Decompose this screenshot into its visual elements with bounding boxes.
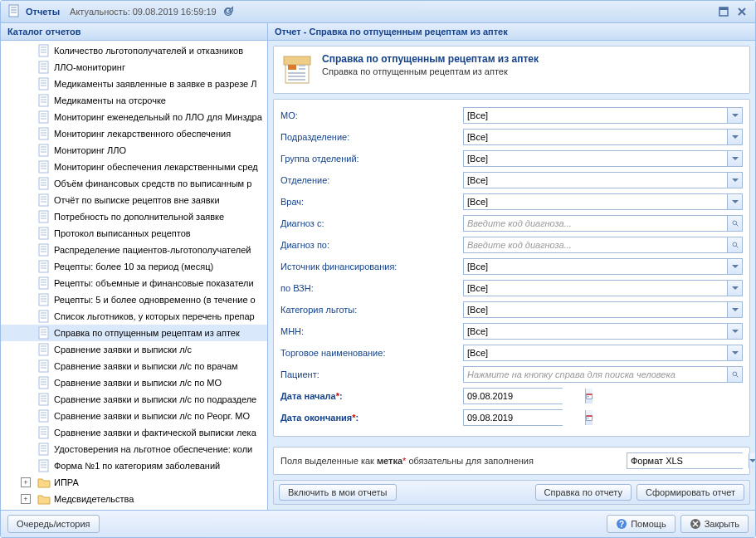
tree-item[interactable]: Количество льготополучателей и отказнико… [1, 42, 267, 59]
tree-item[interactable]: Распределение пациентов-льготополучателе… [1, 242, 267, 258]
date_end-input[interactable] [464, 410, 585, 425]
podr-input[interactable] [464, 130, 727, 144]
tree-scroll[interactable]: Количество льготополучателей и отказнико… [1, 41, 267, 510]
maximize-icon[interactable] [717, 5, 730, 18]
form-row: по ВЗН: [280, 279, 743, 297]
tree-item[interactable]: Сравнение заявки и выписки л/с по МО [1, 374, 267, 391]
chevron-down-icon[interactable] [727, 194, 742, 209]
form-row: Источник финансирования: [280, 257, 743, 276]
chevron-down-icon[interactable] [727, 345, 742, 360]
calendar-icon[interactable] [585, 410, 593, 425]
fin-combo[interactable] [463, 258, 743, 275]
add-to-my-reports-button[interactable]: Включить в мои отчеты [279, 484, 397, 501]
generate-report-button[interactable]: Сформировать отчет [637, 484, 744, 501]
chevron-down-icon[interactable] [727, 173, 742, 188]
tree-item[interactable]: Мониторинг лекарственного обеспечения [1, 125, 267, 142]
tree-item[interactable]: Мониторинг еженедельный по ЛЛО для Минзд… [1, 109, 267, 125]
podr-combo[interactable] [463, 129, 743, 145]
mo-input[interactable] [464, 108, 727, 123]
tree-item[interactable]: Рецепты: объемные и финансовые показател… [1, 275, 267, 291]
chevron-down-icon[interactable] [727, 151, 742, 166]
kat-input[interactable] [464, 302, 727, 317]
search-icon[interactable] [727, 237, 742, 252]
vrach-combo[interactable] [463, 193, 743, 210]
expander-icon[interactable]: + [21, 494, 31, 504]
kat-combo[interactable] [463, 301, 743, 318]
chevron-down-icon[interactable] [727, 324, 742, 339]
tree-item[interactable]: Сравнение заявки и выписки л/с по подраз… [1, 391, 267, 408]
otd-input[interactable] [464, 173, 727, 188]
diag_po-input[interactable] [464, 237, 727, 252]
hint-text: Поля выделенные как метка* обязательны д… [280, 456, 534, 466]
vzn-input[interactable] [464, 281, 727, 296]
tree-item-label: Удостоверения на льготное обеспечение: к… [54, 444, 252, 454]
mnn-input[interactable] [464, 324, 727, 339]
calendar-icon[interactable] [585, 389, 593, 404]
otd-combo[interactable] [463, 172, 743, 188]
chevron-down-icon[interactable] [727, 259, 742, 274]
date_end-date[interactable] [463, 409, 563, 426]
diag_s-search[interactable] [463, 215, 743, 232]
tree-item[interactable]: Мониторинг ЛЛО [1, 142, 267, 159]
diag_s-input[interactable] [464, 216, 727, 231]
tree-item[interactable]: Рецепты: более 10 за период (месяц) [1, 258, 267, 275]
group-input[interactable] [464, 151, 727, 166]
chevron-down-icon[interactable] [727, 281, 742, 296]
date_start-date[interactable] [463, 388, 563, 404]
refresh-icon[interactable] [222, 5, 235, 18]
tree-item[interactable]: Рецепты: 5 и более одновременно (в течен… [1, 291, 267, 308]
format-input[interactable] [627, 453, 749, 468]
chevron-down-icon[interactable] [727, 108, 742, 123]
close-button[interactable]: Закрыть [680, 515, 749, 533]
pat-input[interactable] [464, 367, 727, 382]
tree-item[interactable]: Справка по отпущенным рецептам из аптек [1, 325, 267, 341]
tree-item[interactable]: Сравнение заявки и выписки л/с [1, 341, 267, 358]
chevron-down-icon[interactable] [727, 302, 742, 317]
mo-combo[interactable] [463, 107, 743, 124]
report-help-button[interactable]: Справка по отчету [535, 484, 632, 501]
tree-item[interactable]: Медикаменты на отсрочке [1, 92, 267, 109]
vrach-input[interactable] [464, 194, 727, 209]
tree-item[interactable]: Удостоверения на льготное обеспечение: к… [1, 441, 267, 457]
tree-item[interactable]: Сравнение заявки и фактической выписки л… [1, 424, 267, 441]
tree-item[interactable]: Потребность по дополнительной заявке [1, 208, 267, 225]
tree-folder[interactable]: +Паспорт МО [1, 507, 267, 510]
tree-folder[interactable]: +ИПРА [1, 474, 267, 491]
tree-folder[interactable]: +Медсвидетельства [1, 491, 267, 507]
tree-item[interactable]: Сравнение заявки и выписки л/с по врачам [1, 358, 267, 374]
close-icon[interactable] [735, 5, 749, 18]
expander-icon[interactable]: + [21, 477, 31, 487]
search-icon[interactable] [727, 216, 742, 231]
tree-item[interactable]: Сравнение заявки и выписки л/с по Реорг.… [1, 408, 267, 424]
group-combo[interactable] [463, 150, 743, 167]
tree-item[interactable]: Форма №1 по категориям заболеваний [1, 457, 267, 474]
tree-item-label: Медсвидетельства [54, 494, 134, 504]
tree-item[interactable]: Мониторинг обеспечения лекарственными ср… [1, 159, 267, 175]
diag_po-search[interactable] [463, 237, 743, 253]
chevron-down-icon[interactable] [727, 130, 742, 144]
search-icon[interactable] [727, 367, 742, 382]
tree-item[interactable]: Отчёт по выписке рецептов вне заявки [1, 192, 267, 208]
fin-input[interactable] [464, 259, 727, 274]
torg-combo[interactable] [463, 345, 743, 361]
report-desc-icon [280, 53, 314, 86]
chevron-down-icon[interactable] [749, 453, 755, 468]
catalog-header: Каталог отчетов [1, 23, 267, 41]
torg-input[interactable] [464, 345, 727, 360]
tree-item[interactable]: Медикаменты заявленные в заявке в разрез… [1, 76, 267, 92]
date_start-input[interactable] [464, 389, 585, 404]
tree-item[interactable]: Список льготников, у которых перечень пр… [1, 308, 267, 325]
mnn-combo[interactable] [463, 323, 743, 340]
field-label: Врач: [280, 197, 463, 207]
help-button[interactable]: ? Помощь [607, 515, 676, 533]
svg-rect-30 [39, 144, 48, 156]
tree-item-label: Потребность по дополнительной заявке [54, 212, 224, 222]
tree-item[interactable]: ЛЛО-мониторинг [1, 59, 267, 76]
vzn-combo[interactable] [463, 280, 743, 296]
format-combo[interactable] [627, 452, 743, 469]
queue-history-button[interactable]: Очередь/история [7, 515, 100, 533]
tree-item[interactable]: Протокол выписанных рецептов [1, 225, 267, 242]
pat-search[interactable] [463, 366, 743, 383]
tree-item[interactable]: Объём финансовых средств по выписанным р [1, 175, 267, 192]
svg-rect-129 [588, 418, 588, 418]
